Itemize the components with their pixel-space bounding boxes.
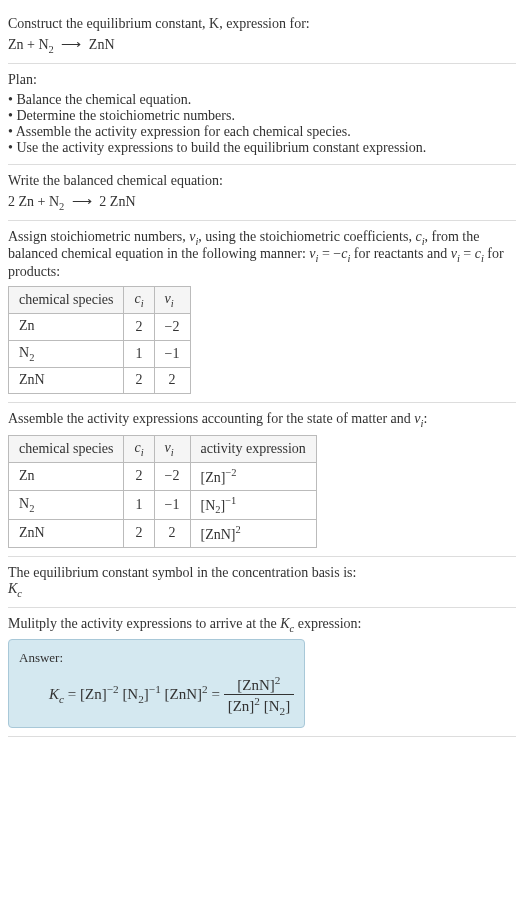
fns: 2 [275, 674, 281, 686]
sp: Zn [19, 468, 35, 483]
a-t2a: [N [122, 686, 138, 702]
cell-nui: −2 [154, 313, 190, 340]
as: −1 [225, 495, 236, 506]
kc-symbol: Kc [8, 581, 516, 599]
kc-sub: c [17, 588, 22, 599]
cell-nui: −2 [154, 462, 190, 490]
activity-table: chemical species ci νi activity expressi… [8, 435, 317, 548]
plan-item: Balance the chemical equation. [8, 92, 516, 108]
act-t2: : [423, 411, 427, 426]
cell-nui: 2 [154, 367, 190, 394]
prompt-text: Construct the equilibrium constant, K, e… [8, 16, 516, 32]
anui-h-sub: i [171, 447, 174, 458]
cell-species: ZnN [9, 367, 124, 394]
m-t1: Mulitply the activity expressions to arr… [8, 616, 280, 631]
multiply-section: Mulitply the activity expressions to arr… [8, 608, 516, 738]
balanced-section: Write the balanced chemical equation: 2 … [8, 165, 516, 221]
plan-list: Balance the chemical equation. Determine… [8, 92, 516, 156]
symbol-section: The equilibrium constant symbol in the c… [8, 557, 516, 608]
table-row: N2 1 −1 [9, 340, 191, 367]
plan-item: Use the activity expressions to build th… [8, 140, 516, 156]
cell-ci: 2 [124, 367, 154, 394]
multiply-line: Mulitply the activity expressions to arr… [8, 616, 516, 634]
sp: N [19, 345, 29, 360]
plan-section: Plan: Balance the chemical equation. Det… [8, 64, 516, 165]
act-t1: Assemble the activity expressions accoun… [8, 411, 414, 426]
frac-num: [ZnN]2 [224, 674, 294, 695]
col-nui: νi [154, 287, 190, 314]
activity-section: Assemble the activity expressions accoun… [8, 403, 516, 556]
col-ci: ci [124, 287, 154, 314]
as: 2 [236, 524, 241, 535]
eq-plus: + [24, 37, 39, 52]
cell-activity: [N2]−1 [190, 490, 316, 519]
stoich-section: Assign stoichiometric numbers, νi, using… [8, 221, 516, 404]
eq-n: N [38, 37, 48, 52]
a-kc: K [49, 686, 59, 702]
sp-sub: 2 [29, 503, 34, 514]
stoich-t1: Assign stoichiometric numbers, [8, 229, 189, 244]
cell-nui: −1 [154, 340, 190, 367]
m-kc: K [280, 616, 289, 631]
symbol-line: The equilibrium constant symbol in the c… [8, 565, 516, 581]
eq-znn: ZnN [89, 37, 115, 52]
bal-zn: Zn [19, 194, 35, 209]
answer-fraction: [ZnN]2[Zn]2 [N2] [224, 674, 294, 717]
answer-formula: Kc = [Zn]−2 [N2]−1 [ZnN]2 = [ZnN]2[Zn]2 … [49, 674, 294, 717]
cell-species: ZnN [9, 520, 124, 548]
bal-znn: ZnN [110, 194, 136, 209]
cell-activity: [ZnN]2 [190, 520, 316, 548]
cell-species: Zn [9, 313, 124, 340]
a-t1: [Zn] [80, 686, 107, 702]
table-row: Zn 2 −2 [Zn]−2 [9, 462, 317, 490]
bal-n-sub: 2 [59, 201, 64, 212]
bal-n: N [49, 194, 59, 209]
col-ci: ci [124, 436, 154, 463]
sp: N [19, 496, 29, 511]
stoich-r1eq: = − [318, 246, 341, 261]
a-t3: [ZnN] [165, 686, 203, 702]
sp: Zn [19, 318, 35, 333]
stoich-intro: Assign stoichiometric numbers, νi, using… [8, 229, 516, 281]
header-section: Construct the equilibrium constant, K, e… [8, 8, 516, 64]
kc: K [8, 581, 17, 596]
plan-title: Plan: [8, 72, 516, 88]
table-header-row: chemical species ci νi activity expressi… [9, 436, 317, 463]
table-row: N2 1 −1 [N2]−1 [9, 490, 317, 519]
cell-nui: 2 [154, 520, 190, 548]
cell-activity: [Zn]−2 [190, 462, 316, 490]
ab: [ZnN] [201, 527, 236, 542]
unbalanced-equation: Zn + N2 ⟶ ZnN [8, 36, 516, 55]
stoich-table: chemical species ci νi Zn 2 −2 N2 1 −1 Z… [8, 286, 191, 394]
table-row: ZnN 2 2 [9, 367, 191, 394]
balanced-title: Write the balanced chemical equation: [8, 173, 516, 189]
as: −2 [225, 467, 236, 478]
col-species: chemical species [9, 287, 124, 314]
prompt-label: Construct the equilibrium constant, K, e… [8, 16, 310, 31]
col-species: chemical species [9, 436, 124, 463]
ci-h-sub: i [141, 298, 144, 309]
cell-species: N2 [9, 340, 124, 367]
bal-arrow: ⟶ [68, 194, 95, 209]
aci-h-sub: i [141, 447, 144, 458]
ab: [N [201, 497, 216, 512]
cell-ci: 1 [124, 340, 154, 367]
plan-item: Assemble the activity expression for eac… [8, 124, 516, 140]
activity-intro: Assemble the activity expressions accoun… [8, 411, 516, 429]
bal-c1: 2 [8, 194, 19, 209]
eq-n-sub: 2 [49, 44, 54, 55]
table-row: Zn 2 −2 [9, 313, 191, 340]
eq-zn: Zn [8, 37, 24, 52]
col-nui: νi [154, 436, 190, 463]
cell-ci: 1 [124, 490, 154, 519]
plan-item: Determine the stoichiometric numbers. [8, 108, 516, 124]
sp-sub: 2 [29, 352, 34, 363]
col-activity: activity expression [190, 436, 316, 463]
balanced-equation: 2 Zn + N2 ⟶ 2 ZnN [8, 193, 516, 212]
a-eq2: = [208, 686, 224, 702]
frac-den: [Zn]2 [N2] [224, 695, 294, 717]
table-header-row: chemical species ci νi [9, 287, 191, 314]
stoich-t2: , using the stoichiometric coefficients, [198, 229, 415, 244]
cell-ci: 2 [124, 313, 154, 340]
cell-species: Zn [9, 462, 124, 490]
